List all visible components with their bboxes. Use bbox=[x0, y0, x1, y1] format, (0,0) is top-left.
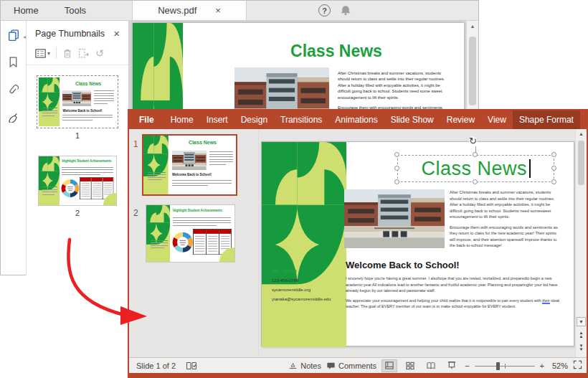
help-icon[interactable]: ? bbox=[318, 4, 331, 16]
comments-icon bbox=[326, 362, 336, 370]
page-number-label: 2 bbox=[75, 209, 80, 217]
pdf-tab-bar: Home Tools News.pdf × ? bbox=[1, 1, 478, 21]
ribbon-tab-design[interactable]: Design bbox=[234, 110, 274, 129]
text-lines bbox=[209, 151, 234, 166]
ribbon-tab-shape-format[interactable]: Shape Format bbox=[513, 110, 580, 129]
selection-handle-w[interactable] bbox=[394, 166, 399, 171]
signature-pen-icon[interactable] bbox=[8, 111, 19, 123]
pdf-tab-tools[interactable]: Tools bbox=[52, 1, 99, 20]
notifications-bell-icon[interactable] bbox=[340, 4, 351, 18]
ribbon-tab-view[interactable]: View bbox=[481, 110, 513, 129]
attachments-paperclip-icon[interactable] bbox=[8, 84, 19, 95]
ribbon-tab-file[interactable]: File bbox=[129, 110, 164, 129]
zoom-in-button[interactable]: + bbox=[540, 362, 544, 370]
zoom-out-button[interactable]: − bbox=[465, 362, 469, 370]
slide-sorter-view-button[interactable] bbox=[402, 359, 418, 372]
thumbnail-options-button[interactable]: ▾ bbox=[35, 49, 50, 58]
page-thumbnails-panel: Page Thumbnails × ▾ ↺ bbox=[27, 21, 129, 275]
selection-handle-e[interactable] bbox=[551, 166, 556, 171]
welcome-body-text[interactable]: I sincerely hope you're having a great s… bbox=[346, 275, 569, 313]
ribbon-tab-bar: File Home Insert Design Transitions Anim… bbox=[129, 110, 587, 129]
zoom-percentage[interactable]: 52% bbox=[549, 362, 568, 370]
ribbon-tab-animations[interactable]: Animations bbox=[328, 110, 384, 129]
teacher-phone: 123-456-0789 bbox=[272, 278, 343, 283]
slide-paragraph-2: Encourage them with encouraging words an… bbox=[450, 225, 559, 249]
ppt-vertical-scrollbar[interactable]: ▲ ▼ ▲▲ ▼▼ bbox=[575, 129, 587, 357]
page-thumbnails-icon[interactable] bbox=[8, 29, 19, 41]
contact-block[interactable]: Ms. Tanaka 123-456-0789 sycamoremiddle.o… bbox=[272, 268, 343, 306]
ribbon-tab-review[interactable]: Review bbox=[440, 110, 481, 129]
title-textbox-selected[interactable]: Class News bbox=[397, 155, 554, 182]
zoom-slider[interactable] bbox=[475, 362, 535, 370]
panel-title: Page Thumbnails bbox=[35, 29, 105, 39]
next-slide-button[interactable]: ▼▼ bbox=[576, 344, 587, 351]
mini-contact-lines bbox=[42, 108, 57, 118]
pdf-tab-home[interactable]: Home bbox=[1, 1, 52, 20]
intro-text-column[interactable]: After Christmas breaks and summer vacati… bbox=[450, 189, 559, 253]
close-document-icon[interactable]: × bbox=[215, 5, 221, 16]
pdf-tab-home-label: Home bbox=[14, 5, 39, 16]
selection-handle-nw[interactable] bbox=[394, 152, 399, 157]
mini-title: Class News bbox=[171, 140, 234, 145]
slideshow-view-button[interactable] bbox=[444, 359, 460, 372]
pdf-tab-document[interactable]: News.pdf × bbox=[132, 1, 247, 20]
bookmarks-icon[interactable] bbox=[8, 57, 19, 68]
green-geometric-pattern bbox=[262, 142, 346, 347]
selection-handle-sw[interactable] bbox=[394, 179, 399, 184]
scroll-up-icon[interactable]: ▲ bbox=[576, 131, 587, 136]
teacher-name: Ms. Tanaka bbox=[272, 268, 343, 273]
text-lines bbox=[62, 167, 113, 177]
extract-pages-button[interactable] bbox=[78, 48, 90, 59]
reading-view-icon bbox=[426, 361, 436, 370]
text-cursor bbox=[529, 159, 531, 178]
teacher-website: sycamoremiddle.org bbox=[272, 288, 343, 292]
slide-thumbnail-panel: 1 Class News Welcome Back to School! 2 bbox=[129, 129, 258, 357]
selection-handle-n[interactable] bbox=[473, 152, 478, 157]
zoom-slider-thumb[interactable] bbox=[496, 362, 500, 370]
ppt-scrollbar-thumb[interactable] bbox=[578, 141, 584, 185]
selection-handle-se[interactable] bbox=[551, 179, 556, 184]
proofing-status-icon[interactable] bbox=[186, 361, 197, 371]
slideshow-icon bbox=[447, 361, 457, 370]
pdf-page-thumbnail-2[interactable]: Highlight Student Achievements bbox=[38, 156, 117, 206]
ribbon-tab-transitions[interactable]: Transitions bbox=[274, 110, 328, 129]
fit-to-window-icon bbox=[573, 360, 582, 369]
ribbon-tab-home[interactable]: Home bbox=[164, 110, 200, 129]
slide-number-label: 2 bbox=[133, 208, 138, 218]
selection-handle-ne[interactable] bbox=[551, 152, 556, 157]
fit-slide-button[interactable] bbox=[573, 360, 582, 371]
ribbon-tab-slideshow[interactable]: Slide Show bbox=[384, 110, 440, 129]
teacher-email: ytanaka@sycamoremiddle.edu bbox=[272, 297, 343, 301]
notes-label: Notes bbox=[300, 362, 321, 370]
rotate-handle-icon[interactable]: ↻ bbox=[469, 136, 477, 146]
previous-slide-button[interactable]: ▲▲ bbox=[576, 331, 587, 339]
scroll-up-icon[interactable]: ▲ bbox=[467, 24, 478, 29]
slide-title-text[interactable]: Class News bbox=[421, 158, 527, 180]
mini-contact-lines bbox=[148, 172, 166, 182]
pdf-paragraph-1: After Christmas breaks and summer vacati… bbox=[338, 70, 447, 100]
notes-toggle[interactable]: Notes bbox=[288, 362, 321, 370]
reading-view-button[interactable] bbox=[423, 359, 439, 372]
delete-pages-button[interactable] bbox=[62, 48, 72, 59]
school-photo[interactable] bbox=[344, 189, 445, 248]
slide-sorter-icon bbox=[405, 361, 415, 370]
slide-thumbnail-2[interactable]: Highlight Student Achievements bbox=[146, 204, 235, 263]
mini-contact-lines bbox=[42, 186, 57, 197]
selection-handle-s[interactable] bbox=[473, 179, 478, 184]
welcome-heading[interactable]: Welcome Back to School! bbox=[346, 260, 460, 270]
slide-paragraph-3: I sincerely hope you're having a great s… bbox=[346, 275, 569, 294]
scroll-down-icon[interactable]: ▼ bbox=[577, 317, 586, 326]
chevron-down-icon: ▾ bbox=[47, 50, 50, 57]
comments-toggle[interactable]: Comments bbox=[326, 362, 376, 370]
slide-indicator: Slide 1 of 2 bbox=[136, 362, 176, 370]
rotate-pages-button[interactable]: ↺ bbox=[95, 48, 104, 58]
mini-title-2: Highlight Student Achievements bbox=[173, 209, 233, 212]
slide-1-editor[interactable]: Ms. Tanaka 123-456-0789 sycamoremiddle.o… bbox=[261, 141, 574, 346]
pdf-page-thumbnail-1[interactable]: Class News Welcome Back to School! bbox=[37, 75, 118, 128]
normal-view-button[interactable] bbox=[381, 359, 397, 372]
panel-collapse-arrow[interactable]: ◂ bbox=[23, 34, 26, 40]
panel-close-icon[interactable]: × bbox=[113, 30, 120, 37]
ribbon-tab-insert[interactable]: Insert bbox=[200, 110, 234, 129]
slide-thumbnail-1[interactable]: Class News Welcome Back to School! bbox=[142, 134, 237, 196]
pdf-scrollbar-thumb[interactable] bbox=[469, 37, 476, 105]
